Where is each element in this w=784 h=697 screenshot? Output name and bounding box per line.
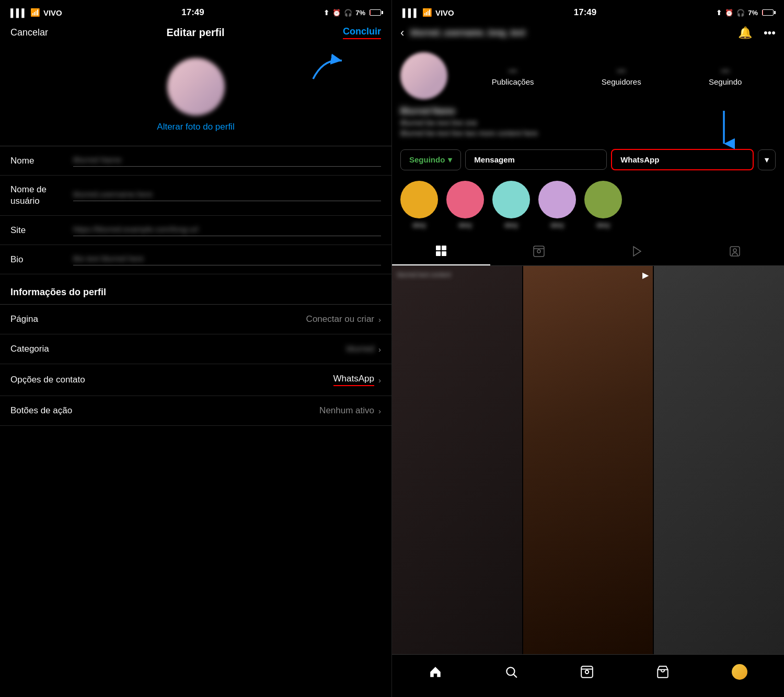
story-label-1: story [412,222,426,229]
name-input-container[interactable]: Blurred Name [73,155,381,167]
page-menu-row[interactable]: Página Conectar ou criar › [0,305,391,334]
page-value-container: Conectar ou criar › [306,314,381,324]
username-value: blurred.username.here [73,190,381,199]
name-row: Nome Blurred Name [0,146,391,176]
grid-cell-3[interactable] [654,266,784,654]
play-icon [631,245,643,258]
left-alarm-icon: ⏰ [332,9,341,17]
site-input-container[interactable]: https://blurred.example.com/long-url [73,225,381,236]
arrow-annotation [308,53,350,86]
story-item-3[interactable]: story [492,181,530,229]
right-battery-icon [762,9,774,16]
profile-nav-item[interactable] [732,664,747,680]
followers-label: Seguidores [602,77,641,86]
search-nav-item[interactable] [504,665,518,679]
shop-nav-item[interactable] [656,665,670,679]
edit-profile-title: Editar perfil [166,27,224,39]
change-photo-button[interactable]: Alterar foto do perfil [157,122,234,141]
content-tabs [392,237,784,266]
tagged-icon [729,245,741,258]
story-label-5: story [596,222,610,229]
shop-icon [656,665,670,679]
category-menu-row[interactable]: Categoria blurred › [0,334,391,364]
left-location-icon: ⬆ [324,9,329,17]
done-button[interactable]: Concluir [343,26,381,39]
following-chevron-icon: ▾ [448,155,452,165]
name-label: Nome [10,156,73,166]
left-battery: 7% [355,9,365,17]
more-options-button[interactable]: ▾ [758,149,776,170]
svg-rect-1 [442,246,446,250]
right-time: 17:49 [574,7,596,18]
posts-count: --- [500,66,526,75]
category-value-container: blurred › [347,344,381,354]
right-battery: 7% [748,9,758,17]
posts-stat: --- Publicações [492,66,534,86]
bio-input-container[interactable]: Bio text blurred here [73,254,381,265]
profile-info-section-header: Informações do perfil [0,274,391,304]
left-panel: ▌▌▌ 📶 VIVO 17:49 ⬆ ⏰ 🎧 7% Cancelar Edita… [0,0,392,697]
message-label: Mensagem [474,155,515,164]
left-time: 17:49 [181,7,204,18]
right-panel: ▌▌▌ 📶 VIVO 17:49 ⬆ ⏰ 🎧 7% ‹ blurred_user… [392,0,784,697]
followers-count: --- [608,66,635,75]
username-input-container[interactable]: blurred.username.here [73,190,381,201]
site-label: Site [10,225,73,236]
grid-cell-2[interactable]: ▶ [523,266,653,654]
following-button[interactable]: Seguindo ▾ [400,149,461,170]
svg-rect-0 [436,246,441,250]
bio-value: Bio text blurred here [73,254,381,263]
right-carrier-info: ▌▌▌ 📶 VIVO [402,8,454,17]
username-underline [73,201,381,201]
profile-photo-section: Alterar foto do perfil [0,48,391,146]
form-section: Nome Blurred Name Nome de usuário blurre… [0,146,391,274]
story-item-2[interactable]: story [446,181,484,229]
story-circle-4 [538,181,576,218]
more-options-icon[interactable]: ••• [764,26,776,40]
category-chevron-icon: › [378,345,381,354]
right-username: blurred_username_long_text [410,28,732,38]
tab-video[interactable] [588,237,686,265]
stats-row: --- Publicações --- Seguidores --- Segui… [458,66,776,86]
right-status-bar: ▌▌▌ 📶 VIVO 17:49 ⬆ ⏰ 🎧 7% [392,0,784,22]
tab-reels[interactable] [490,237,589,265]
home-nav-item[interactable] [429,665,442,679]
bio-underline [73,265,381,265]
name-value: Blurred Name [73,155,381,164]
reels-nav-item[interactable] [580,665,594,679]
tab-grid[interactable] [392,237,490,265]
story-label-4: story [550,222,564,229]
contact-menu-row[interactable]: Opções de contato WhatsApp › [0,364,391,396]
message-button[interactable]: Mensagem [465,149,607,170]
story-item-1[interactable]: story [400,181,438,229]
blue-arrow-annotation [706,108,742,152]
right-carrier: VIVO [435,8,454,17]
actions-menu-row[interactable]: Botões de ação Nenhum ativo › [0,396,391,426]
left-carrier-info: ▌▌▌ 📶 VIVO [10,8,62,17]
reels-icon [533,245,545,258]
actions-chevron-icon: › [378,406,381,415]
cancel-button[interactable]: Cancelar [10,27,48,38]
left-battery-icon [370,9,381,16]
profile-avatar[interactable] [167,58,225,115]
right-profile-info: --- Publicações --- Seguidores --- Segui… [392,46,784,103]
back-button[interactable]: ‹ [400,26,404,40]
left-status-bar: ▌▌▌ 📶 VIVO 17:49 ⬆ ⏰ 🎧 7% [0,0,391,22]
left-top-nav: Cancelar Editar perfil Concluir [0,22,391,48]
story-item-4[interactable]: story [538,181,576,229]
whatsapp-label: WhatsApp [620,155,659,164]
site-row: Site https://blurred.example.com/long-ur… [0,216,391,245]
whatsapp-button[interactable]: WhatsApp [611,149,754,170]
notification-bell-icon[interactable]: 🔔 [738,26,752,40]
right-signal-icon: ▌▌▌ [402,8,419,17]
photo-grid: blurred text content ▶ [392,266,784,654]
tab-tagged[interactable] [686,237,785,265]
stories-row: story story story story story [392,177,784,235]
story-item-5[interactable]: story [584,181,622,229]
contact-label: Opções de contato [10,375,85,385]
action-buttons-row: Seguindo ▾ Mensagem WhatsApp ▾ [392,145,784,177]
grid-cell-1[interactable]: blurred text content [392,266,522,654]
right-profile-avatar [400,52,447,99]
actions-value-container: Nenhum ativo › [319,405,381,416]
right-wifi-icon: 📶 [422,8,432,17]
